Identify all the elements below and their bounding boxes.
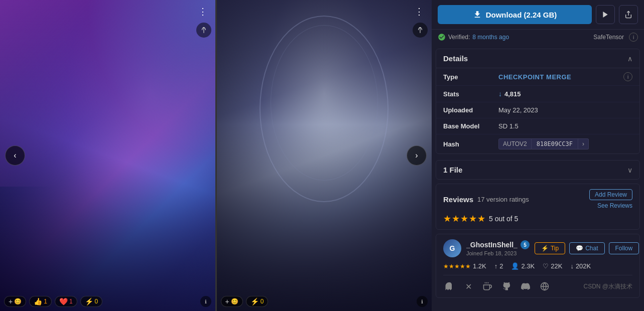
safetensor-label: SafeTensor i [593,33,638,42]
reviews-count: 17 version ratings [477,196,529,203]
hash-value: 818E09CC3F [532,138,578,149]
stat-ratings: ★★★★★ 1.2K [443,262,486,270]
creator-info: G _GhostInShell_ 5 Joined Feb 18, 2023 ⚡… [443,239,632,257]
hash-label: Hash [443,140,498,148]
type-value[interactable]: CHECKPOINT MERGE [498,73,571,81]
details-section: Details ∧ Type CHECKPOINT MERGE i Stats … [436,49,640,154]
type-info-icon[interactable]: i [623,72,632,81]
download-icon [473,10,482,19]
details-header[interactable]: Details ∧ [436,49,639,68]
bolt-reaction-btn-2[interactable]: ⚡ 0 [246,296,269,307]
social-github-icon[interactable] [500,280,512,292]
download-button[interactable]: Download (2.24 GB) [438,5,592,24]
gallery-image-1: ⋮ ‹ + 😊 👍 1 ❤️ 1 ⚡ [0,0,215,311]
bolt-reaction-btn-1[interactable]: ⚡ 0 [80,296,103,307]
social-twitter-icon[interactable]: ✕ [462,280,474,292]
svg-marker-0 [603,12,607,18]
hash-algorithm: AUTOV2 [498,138,532,149]
stat-upload-count: 2 [499,262,503,270]
type-label: Type [443,73,498,81]
image2-bookmark-icon[interactable] [413,23,428,38]
stats-count: 4,815 [504,90,521,98]
files-title: 1 File [443,166,462,174]
hash-container: AUTOV2 818E09CC3F › [498,138,589,149]
add-reaction-btn-2[interactable]: + 😊 [221,296,243,307]
thumb-reaction-btn-1[interactable]: 👍 1 [29,296,52,307]
stat-downloads: ↓ 202K [570,262,591,270]
stat-uploads: ↑ 2 [494,262,503,270]
share-icon [624,11,632,19]
stat-likes: ♡ 22K [543,262,562,270]
base-model-label: Base Model [443,122,498,130]
creator-joined-date: Joined Feb 18, 2023 [466,250,530,256]
details-title: Details [443,54,468,63]
safetensor-info-icon[interactable]: i [629,33,638,42]
tip-label: Tip [551,245,559,252]
base-model-value: SD 1.5 [498,122,519,130]
stats-value: ↓ 4,815 [498,90,521,98]
detail-base-model-row: Base Model SD 1.5 [436,118,639,134]
reaction-bar-2: + 😊 ⚡ 0 [221,296,269,307]
heart-reaction-btn-1[interactable]: ❤️ 1 [55,296,77,307]
reviews-section: Reviews 17 version ratings Add Review Se… [436,184,640,230]
play-button[interactable] [596,5,615,24]
stat-rating-count: 1.2K [473,262,486,270]
stat-follower-count: 2.3K [521,262,535,270]
reviews-title: Reviews [443,195,473,204]
image2-info-icon[interactable]: ℹ [417,296,428,307]
add-review-button[interactable]: Add Review [589,189,632,200]
review-stars: ★★★★★ [443,213,486,224]
add-reaction-btn-1[interactable]: + 😊 [4,296,26,307]
stars-row: ★★★★★ 5 out of 5 [443,213,632,224]
creator-row: G _GhostInShell_ 5 Joined Feb 18, 2023 ⚡… [436,234,640,298]
follow-button[interactable]: Follow [609,242,639,254]
detail-hash-row: Hash AUTOV2 818E09CC3F › [436,134,639,153]
tip-button[interactable]: ⚡ Tip [535,242,565,254]
detail-uploaded-row: Uploaded May 22, 2023 [436,102,639,118]
hash-copy-btn[interactable]: › [578,138,589,149]
creator-name: _GhostInShell_ [466,241,518,249]
gallery-image-2: ⋮ › + 😊 ⚡ 0 ℹ [217,0,432,311]
image1-info-icon[interactable]: ℹ [200,296,211,307]
creator-watermark: CSDN @水滴技术 [583,282,632,291]
download-bar: Download (2.24 GB) [432,0,644,30]
tip-icon: ⚡ [541,245,549,252]
uploaded-value: May 22, 2023 [498,106,538,114]
chat-button[interactable]: 💬 Chat [569,242,604,254]
reviews-actions: Add Review See Reviews [589,189,632,209]
share-button[interactable] [619,5,638,24]
creator-avatar: G [443,239,461,257]
image2-dots-menu[interactable]: ⋮ [411,4,428,19]
stat-download-count: 202K [576,262,591,270]
details-chevron-icon: ∧ [627,55,632,63]
stat-followers: 👤 2.3K [511,262,535,270]
verified-icon [438,33,446,41]
verified-row: Verified: 8 months ago SafeTensor i [432,30,644,45]
creator-details: _GhostInShell_ 5 Joined Feb 18, 2023 [466,240,530,256]
social-globe-icon[interactable] [539,280,551,292]
image1-bookmark-icon[interactable] [196,23,211,38]
image1-dots-menu[interactable]: ⋮ [194,4,211,19]
creator-stats: ★★★★★ 1.2K ↑ 2 👤 2.3K ♡ 22K ↓ 202K [443,262,632,270]
verified-badge: Verified: 8 months ago [438,33,509,41]
gallery-prev-arrow[interactable]: ‹ [5,145,25,166]
rating-text: 5 out of 5 [489,215,518,223]
see-reviews-link[interactable]: See Reviews [597,202,632,209]
chat-icon: 💬 [576,245,583,252]
creator-socials: ✕ CSDN @水滴技术 [443,275,632,292]
chat-label: Chat [585,245,598,252]
right-panel: Download (2.24 GB) Verified: 8 months ag… [432,0,644,311]
files-chevron-icon: ∨ [627,166,632,174]
stats-download-icon: ↓ [498,90,502,98]
verified-time-link[interactable]: 8 months ago [472,34,509,41]
creator-level-badge: 5 [521,240,530,249]
gallery-next-arrow[interactable]: › [407,145,427,166]
social-coffee-icon[interactable] [481,280,493,292]
social-ghost-icon[interactable] [443,280,455,292]
detail-type-row: Type CHECKPOINT MERGE i [436,68,639,86]
uploaded-label: Uploaded [443,106,498,114]
stat-like-count: 22K [551,262,562,270]
social-discord-icon[interactable] [520,280,532,292]
creator-actions: ⚡ Tip 💬 Chat Follow [535,242,639,254]
file-header[interactable]: 1 File ∨ [436,161,639,179]
